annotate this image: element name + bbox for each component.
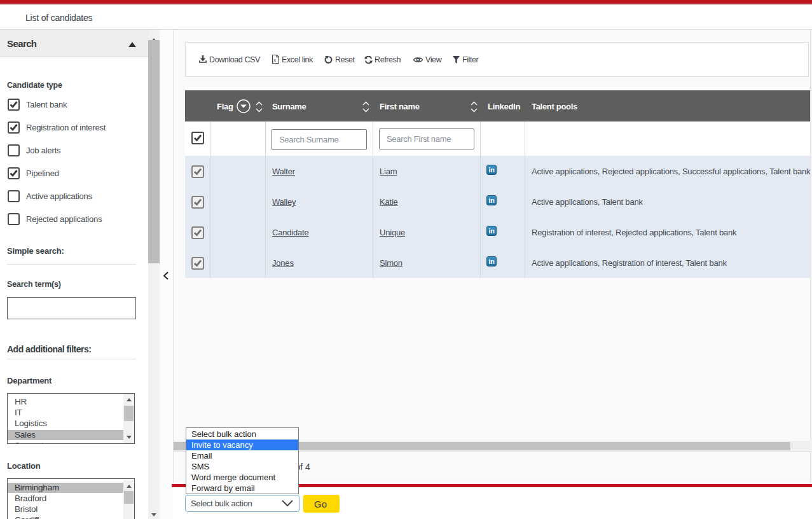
svg-text:x: x [273, 57, 276, 63]
